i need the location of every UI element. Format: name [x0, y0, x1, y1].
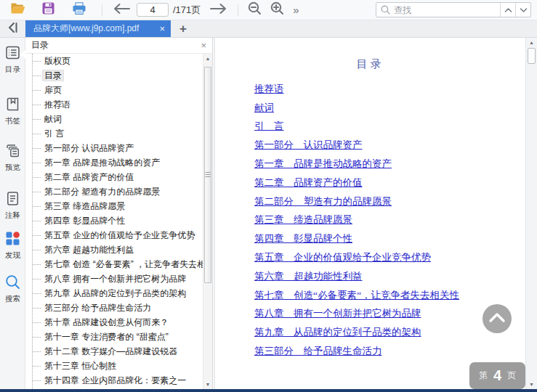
- bookmark-item[interactable]: 第五章 企业的价值观给予企业竞争优势: [25, 228, 203, 242]
- bookmark-item[interactable]: 目录: [25, 68, 203, 83]
- toc-link-row: 第七章 创造“必备要素”，让竞争者失去相关性: [254, 286, 515, 305]
- tree-connector: [33, 293, 41, 294]
- sidebar-item-bookmarks[interactable]: 书签: [0, 97, 25, 126]
- toc-link[interactable]: 引 言: [254, 120, 284, 133]
- bookmarks-scrollbar-thumb[interactable]: [204, 67, 211, 283]
- find-next-button[interactable]: [515, 3, 530, 17]
- annotation-page-icon: [5, 196, 20, 208]
- open-file-button[interactable]: [10, 2, 25, 17]
- toc-link[interactable]: 第一章 品牌是推动战略的资产: [254, 158, 392, 171]
- toc-link[interactable]: 第六章 超越功能性利益: [254, 270, 363, 283]
- scroll-up-icon[interactable]: ▲: [526, 40, 537, 45]
- bookmark-item[interactable]: 献词: [25, 112, 203, 126]
- bookmark-item[interactable]: 第九章 从品牌的定位到子品类的架构: [25, 286, 203, 301]
- sidebar-item-annotations[interactable]: 注释: [0, 191, 25, 221]
- tree-connector: [33, 322, 41, 323]
- panel-close-icon[interactable]: ×: [201, 41, 206, 50]
- document-tab[interactable]: 品牌大师[www.j9p.com].pdf ×: [25, 20, 171, 37]
- sidebar-label-discover: 发现: [1, 250, 25, 260]
- print-icon: [72, 2, 86, 18]
- bookmark-item[interactable]: 第三部分 给予品牌生命活力: [25, 301, 203, 315]
- new-tab-button[interactable]: +: [171, 20, 195, 37]
- find-input[interactable]: [394, 5, 500, 15]
- scroll-up-icon[interactable]: ▲: [203, 56, 212, 61]
- toc-link[interactable]: 第三部分 给予品牌生命活力: [254, 345, 382, 358]
- tree-connector: [33, 235, 41, 236]
- page-number-input[interactable]: 4: [137, 3, 169, 17]
- toc-link[interactable]: 第八章 拥有一个创新并把它树为品牌: [254, 307, 421, 320]
- bookmarks-panel-header: 目录 ×: [25, 38, 212, 54]
- bookmark-item[interactable]: 第十章 品牌建设创意从何而来？: [25, 315, 203, 330]
- page-title: 目录: [215, 57, 525, 71]
- search-icon: [381, 5, 390, 15]
- bookmark-item[interactable]: 第二章 品牌资产的价值: [25, 170, 203, 184]
- bookmarks-panel-title: 目录: [31, 39, 49, 52]
- tree-connector: [33, 163, 41, 163]
- toc-link[interactable]: 第一部分 认识品牌资产: [254, 139, 363, 152]
- toc-link[interactable]: 第七章 创造“必备要素”，让竞争者失去相关性: [254, 289, 459, 302]
- toc-link[interactable]: 献词: [254, 102, 274, 115]
- tree-connector: [33, 250, 41, 250]
- toc-link[interactable]: 第二章 品牌资产的价值: [254, 176, 363, 189]
- bookmark-item[interactable]: 第十四章 企业内部品牌化：要素之一: [25, 373, 203, 388]
- toc-link[interactable]: 第九章 从品牌的定位到子品类的架构: [254, 326, 421, 339]
- navigation-sidebar: 目录 书签 预览: [0, 38, 25, 389]
- page-indicator-prefix: 第: [479, 369, 488, 382]
- document-scrollbar[interactable]: ▲ ▼: [525, 38, 537, 389]
- collapse-panel-button[interactable]: [0, 20, 25, 37]
- bookmark-item[interactable]: 第一章 品牌是推动战略的资产: [25, 155, 203, 170]
- toc-link[interactable]: 第二部分 塑造有力的品牌愿景: [254, 195, 392, 208]
- scroll-down-icon[interactable]: ▼: [203, 382, 212, 387]
- tree-connector: [33, 351, 41, 352]
- bookmark-item[interactable]: 第十二章 数字媒介—品牌建设锐器: [25, 344, 203, 359]
- toolbar-divider: [102, 4, 102, 16]
- bookmark-item[interactable]: 推荐语: [25, 97, 203, 112]
- bookmark-item[interactable]: 第十三章 恒心制胜: [25, 359, 203, 373]
- previous-page-button[interactable]: [112, 3, 131, 17]
- find-previous-button[interactable]: [500, 3, 515, 17]
- sidebar-item-discover[interactable]: 发现: [0, 231, 25, 261]
- sidebar-item-toc[interactable]: 目录: [0, 45, 25, 75]
- bookmark-item[interactable]: 第十一章 专注消费者的 “甜蜜点”: [25, 330, 203, 344]
- bookmark-label: 献词: [43, 114, 63, 124]
- toc-link[interactable]: 第三章 缔造品牌愿景: [254, 213, 352, 226]
- sidebar-item-thumbnails[interactable]: 预览: [0, 143, 25, 173]
- more-tools-button[interactable]: »: [293, 4, 299, 16]
- save-button[interactable]: [42, 2, 54, 17]
- toc-link[interactable]: 第五章 企业的价值观给予企业竞争优势: [254, 251, 431, 264]
- sidebar-label-toc: 目录: [1, 64, 25, 74]
- bookmark-item[interactable]: 第三章 缔造品牌愿景: [25, 199, 203, 213]
- bookmarks-scrollbar[interactable]: ▲ ▼: [203, 54, 212, 389]
- document-view: 目录 推荐语 献词 引 言 第一部分 认识品牌资产 第一章 品牌是推动战略的资产…: [214, 38, 537, 389]
- toolbar: 4 /171页 »: [0, 0, 537, 20]
- sidebar-item-search[interactable]: 搜索: [0, 274, 25, 304]
- bookmark-item[interactable]: 第八章 拥有一个创新并把它树为品牌: [25, 271, 203, 286]
- bookmark-label: 第六章 超越功能性利益: [43, 245, 135, 255]
- toc-link[interactable]: 第四章 彰显品牌个性: [254, 232, 352, 245]
- bookmark-item[interactable]: 扉页: [25, 83, 203, 97]
- bookmark-label: 第一部分 认识品牌资产: [43, 143, 135, 153]
- bookmark-item[interactable]: 引 言: [25, 126, 203, 141]
- toc-link-row: 第四章 彰显品牌个性: [254, 229, 515, 248]
- bookmark-item[interactable]: 第七章 创造 “必备要素” ，让竞争者失去相关性: [25, 257, 203, 271]
- sidebar-label-search: 搜索: [1, 293, 25, 303]
- toc-link[interactable]: 推荐语: [254, 83, 284, 96]
- bookmark-label: 推荐语: [43, 99, 72, 110]
- bookmark-item[interactable]: 第二部分 塑造有力的品牌愿景: [25, 184, 203, 199]
- next-page-button[interactable]: [209, 3, 228, 17]
- zoom-in-button[interactable]: [270, 1, 284, 18]
- toc-link-row: 第二章 品牌资产的价值: [254, 173, 515, 192]
- bookmark-item[interactable]: 版权页: [25, 54, 203, 68]
- bookmark-item[interactable]: 第四章 彰显品牌个性: [25, 213, 203, 228]
- sidebar-label-thumbnails: 预览: [1, 162, 25, 172]
- tab-bar: 品牌大师[www.j9p.com].pdf × +: [0, 20, 537, 38]
- bookmark-item[interactable]: 第六章 超越功能性利益: [25, 242, 203, 257]
- scroll-down-icon[interactable]: ▼: [526, 382, 537, 387]
- bookmark-label: 第十章 品牌建设创意从何而来？: [43, 317, 170, 327]
- document-scrollbar-thumb[interactable]: [528, 48, 536, 64]
- bookmark-item[interactable]: 第一部分 认识品牌资产: [25, 141, 203, 155]
- zoom-out-button[interactable]: [248, 1, 262, 18]
- back-to-top-button[interactable]: [483, 304, 512, 333]
- print-button[interactable]: [72, 2, 86, 18]
- tab-close-icon[interactable]: ×: [159, 24, 165, 33]
